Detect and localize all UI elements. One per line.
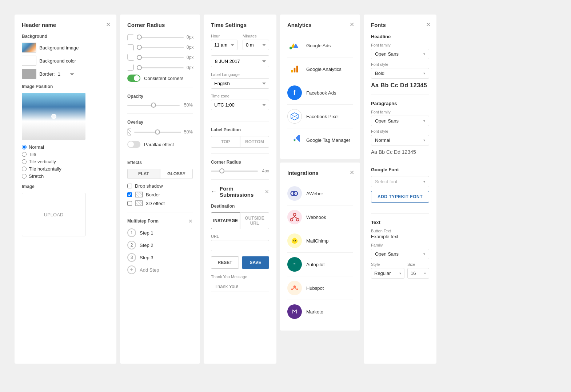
- radio-stretch-input[interactable]: [22, 174, 27, 179]
- headline-font-style-dropdown[interactable]: Bold ▾: [371, 68, 429, 79]
- headline-font-family-dropdown[interactable]: Open Sans ▾: [371, 49, 429, 59]
- google-font-select[interactable]: Select font ▾: [371, 176, 429, 187]
- text-size-dropdown[interactable]: 16 ▾: [407, 268, 429, 279]
- radio-tile-vertically-input[interactable]: [22, 159, 27, 164]
- glossy-button[interactable]: GLOSSY: [160, 169, 193, 179]
- radio-tile-horizontally-input[interactable]: [22, 167, 27, 171]
- radio-tile-input[interactable]: [22, 152, 27, 157]
- radio-tile-vertically[interactable]: Tile vertically: [22, 159, 109, 164]
- thank-you-input[interactable]: [211, 281, 269, 292]
- language-select[interactable]: English: [211, 78, 269, 89]
- parallax-toggle[interactable]: [127, 141, 140, 148]
- destination-label: Destination: [211, 204, 269, 209]
- drop-shadow-checkbox[interactable]: [127, 184, 132, 188]
- integration-mailchimp[interactable]: MailChimp: [287, 229, 353, 253]
- bottom-btn[interactable]: BOTTOM: [240, 136, 269, 148]
- panel-header-close[interactable]: ✕: [106, 21, 111, 28]
- timezone-select[interactable]: UTC 1:00: [211, 100, 269, 110]
- image-position-box[interactable]: [22, 93, 85, 140]
- para-font-style-dropdown[interactable]: Normal ▾: [371, 135, 429, 145]
- overlay-slider[interactable]: [134, 132, 181, 133]
- divider-multistep: [127, 212, 193, 212]
- add-step-row[interactable]: + Add Step: [127, 265, 193, 274]
- divider-paragraphs: [371, 95, 429, 95]
- image-position-dot[interactable]: [51, 114, 56, 119]
- outside-url-btn[interactable]: OUTSIDE URL: [240, 212, 269, 229]
- step-3: 3 Step 3: [127, 253, 193, 262]
- panel-header: Header name ✕ Background Background imag…: [15, 15, 116, 364]
- step-2[interactable]: 2 Step 2: [127, 241, 193, 249]
- multistep-close[interactable]: ✕: [188, 218, 193, 224]
- analytics-google-tag-manager[interactable]: Google Tag Manager: [287, 128, 353, 152]
- google-ads-label: Google Ads: [306, 43, 331, 48]
- integrations-close[interactable]: ✕: [350, 169, 354, 176]
- integration-hubspot[interactable]: Hubspot: [287, 276, 353, 300]
- label-position-buttons: TOP BOTTOM: [211, 136, 269, 148]
- form-submissions-close[interactable]: ✕: [265, 189, 269, 195]
- radius-slider-tl[interactable]: [137, 37, 184, 38]
- consistent-corners-toggle[interactable]: [127, 75, 140, 82]
- border-checkbox[interactable]: [127, 192, 132, 197]
- integration-marketo[interactable]: Marketo: [287, 300, 353, 323]
- radio-normal-input[interactable]: [22, 145, 27, 149]
- integration-aweber[interactable]: AWeber: [287, 182, 353, 205]
- para-font-family-dropdown[interactable]: Open Sans ▾: [371, 116, 429, 126]
- radius-row-bl: 0px: [127, 54, 193, 61]
- reset-button[interactable]: RESET: [211, 256, 239, 269]
- border-thumb: [22, 69, 36, 79]
- effect-3d-row: 3D effect: [127, 200, 193, 206]
- back-arrow[interactable]: ←: [211, 188, 217, 195]
- background-section-label: Background: [22, 34, 109, 39]
- analytics-google-analytics[interactable]: Google Analytics: [287, 57, 353, 81]
- radius-slider-tr[interactable]: [137, 47, 184, 48]
- add-typekit-button[interactable]: ADD TYPEKIT FONT: [371, 191, 429, 203]
- integration-autopilot[interactable]: ≡ Autopilot: [287, 253, 353, 276]
- overlay-color-swatch[interactable]: [127, 128, 131, 136]
- upload-box[interactable]: UPLOAD: [22, 193, 85, 236]
- radius-icon-br: [127, 64, 134, 71]
- panel-integrations: Integrations ✕ AWeber: [280, 163, 360, 331]
- text-style-dropdown[interactable]: Regular ▾: [371, 268, 404, 279]
- text-family-value: Open Sans: [375, 251, 399, 257]
- date-select[interactable]: 8 JUN 2017: [211, 55, 269, 67]
- radius-slider-bl[interactable]: [137, 57, 184, 58]
- analytics-facebook-pixel[interactable]: Facebook Pixel: [287, 105, 353, 128]
- background-image-row: Background image: [22, 43, 109, 53]
- analytics-close[interactable]: ✕: [350, 21, 354, 28]
- url-input[interactable]: [211, 240, 269, 251]
- form-submissions-header: ← Form Submissions ✕: [211, 185, 269, 198]
- radio-tile-horizontally[interactable]: Tile horizontally: [22, 166, 109, 172]
- panel-col-analytics: Analytics ✕ Google Ads: [280, 15, 360, 392]
- top-btn[interactable]: TOP: [211, 136, 240, 148]
- minutes-select[interactable]: 0 m 15 m 30 m: [243, 40, 269, 50]
- corner-radius-slider[interactable]: [211, 171, 258, 172]
- radius-slider-br[interactable]: [137, 67, 184, 68]
- panel-fonts: Fonts ✕ Headline Font family Open Sans ▾…: [364, 15, 436, 364]
- opacity-slider[interactable]: [127, 105, 180, 106]
- analytics-google-ads[interactable]: Google Ads: [287, 34, 353, 57]
- radio-stretch[interactable]: Stretch: [22, 173, 109, 179]
- hubspot-label: Hubspot: [306, 285, 324, 291]
- step-3-circle: 3: [127, 253, 136, 262]
- effect-3d-swatch: [135, 200, 143, 206]
- hour-select[interactable]: 11 am 12 pm: [211, 40, 237, 50]
- image-position-label: Image Position: [22, 84, 109, 89]
- instapage-btn[interactable]: INSTAPAGE: [211, 212, 240, 229]
- flat-button[interactable]: FLAT: [127, 169, 160, 179]
- radio-normal[interactable]: Normal: [22, 144, 109, 150]
- integration-webhook[interactable]: Webhook: [287, 205, 353, 229]
- radio-tile[interactable]: Tile: [22, 152, 109, 157]
- border-style-select[interactable]: — ··· - -: [63, 71, 75, 77]
- para-font-style-label: Font style: [371, 129, 429, 133]
- effects-label: Effects: [127, 160, 193, 165]
- effect-3d-checkbox[interactable]: [127, 201, 132, 206]
- svg-text:≡: ≡: [294, 262, 296, 266]
- opacity-value: 50%: [183, 103, 193, 108]
- text-family-dropdown[interactable]: Open Sans ▾: [371, 249, 429, 259]
- fonts-close[interactable]: ✕: [426, 21, 431, 28]
- step-2-circle: 2: [127, 241, 136, 249]
- radio-tile-label: Tile: [29, 152, 36, 157]
- save-button[interactable]: SAVE: [242, 256, 269, 269]
- para-preview: Aa Bb Cc Dd 12345: [371, 149, 429, 155]
- analytics-facebook-ads[interactable]: f Facebook Ads: [287, 81, 353, 105]
